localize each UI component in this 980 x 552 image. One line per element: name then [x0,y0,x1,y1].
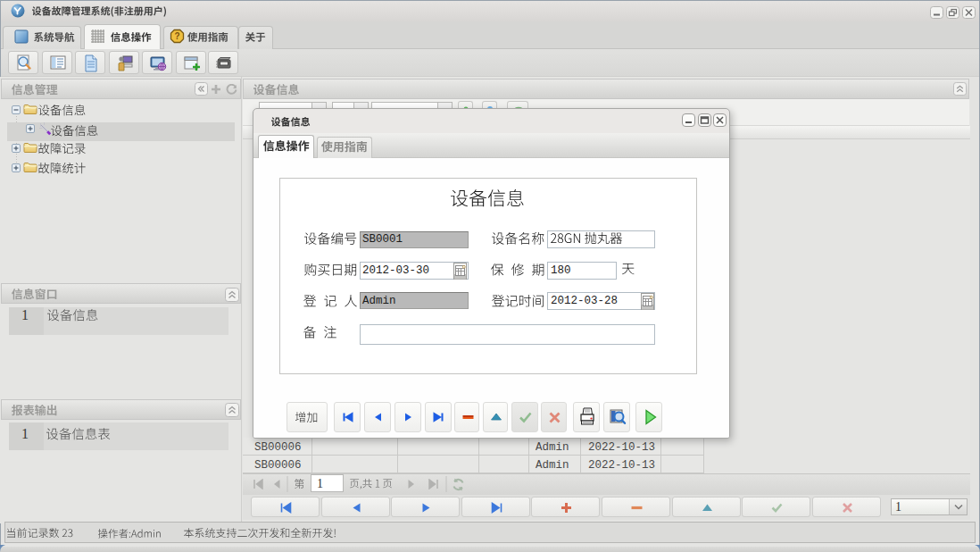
svg-text:?: ? [174,31,179,41]
